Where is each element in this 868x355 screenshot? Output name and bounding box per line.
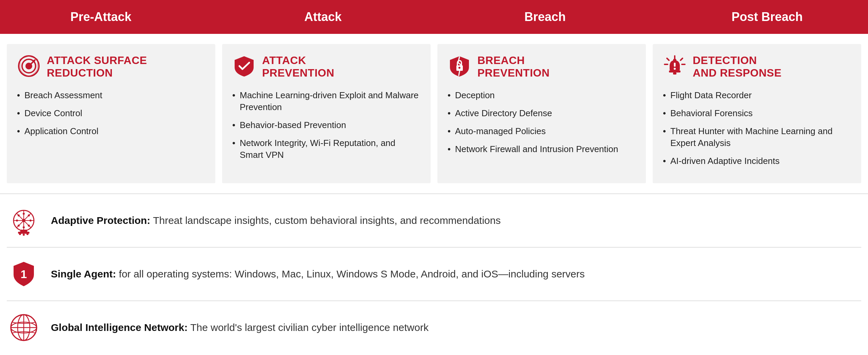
column-attack-surface-reduction: ATTACK SURFACEREDUCTION Breach Assessmen…: [7, 44, 215, 183]
svg-rect-15: [674, 63, 676, 67]
svg-point-25: [23, 213, 25, 215]
bullet-list-1: Breach Assessment Device Control Applica…: [17, 89, 205, 137]
svg-point-31: [18, 225, 20, 227]
svg-text:1: 1: [21, 268, 27, 280]
svg-line-8: [667, 58, 669, 60]
list-item: Device Control: [17, 107, 205, 119]
list-item: AI-driven Adaptive Incidents: [663, 155, 851, 167]
column-breach-prevention: BREACHPREVENTION Deception Active Direct…: [437, 44, 646, 183]
agent-icon: 1: [7, 257, 41, 291]
bullet-list-3: Deception Active Directory Defense Auto-…: [448, 89, 636, 155]
bullet-list-2: Machine Learning-driven Exploit and Malw…: [232, 89, 420, 161]
svg-point-28: [29, 220, 32, 222]
list-item: Flight Data Recorder: [663, 89, 851, 101]
svg-point-36: [19, 233, 21, 235]
list-item: Network Integrity, Wi-Fi Reputation, and…: [232, 137, 420, 161]
column-header-3: BREACHPREVENTION: [448, 54, 636, 79]
svg-rect-13: [669, 70, 680, 72]
svg-point-32: [28, 225, 30, 227]
svg-point-6: [458, 67, 460, 69]
phase-post-breach: Post Breach: [646, 0, 868, 34]
column-header-2: ATTACKPREVENTION: [232, 54, 420, 79]
list-item: Auto-managed Policies: [448, 125, 636, 137]
shield-prevention-icon: [232, 54, 256, 78]
column-header-1: ATTACK SURFACEREDUCTION: [17, 54, 205, 79]
adaptive-icon: [7, 204, 41, 237]
adaptive-protection-row: Adaptive Protection: Threat landscape in…: [7, 194, 861, 248]
svg-line-9: [680, 58, 683, 60]
bottom-section: Adaptive Protection: Threat landscape in…: [0, 193, 868, 354]
global-intelligence-text: Global Intelligence Network: The world's…: [51, 320, 429, 335]
svg-point-12: [673, 59, 676, 62]
single-agent-row: 1 Single Agent: for all operating system…: [7, 248, 861, 301]
global-intelligence-row: Global Intelligence Network: The world's…: [7, 301, 861, 354]
svg-rect-14: [673, 72, 676, 75]
svg-point-16: [674, 68, 676, 70]
phase-pre-attack: Pre-Attack: [0, 0, 202, 34]
column-title-4: DETECTIONAND RESPONSE: [693, 54, 782, 79]
svg-point-38: [26, 233, 28, 235]
list-item: Behavior-based Prevention: [232, 119, 420, 131]
list-item: Deception: [448, 89, 636, 101]
header-bar: Pre-Attack Attack Breach Post Breach: [0, 0, 868, 34]
main-grid: ATTACK SURFACEREDUCTION Breach Assessmen…: [0, 34, 868, 193]
globe-icon: [7, 311, 41, 344]
list-item: Network Firewall and Intrusion Preventio…: [448, 143, 636, 155]
list-item: Behavioral Forensics: [663, 107, 851, 119]
column-title-3: BREACHPREVENTION: [477, 54, 550, 79]
phase-breach: Breach: [424, 0, 646, 34]
column-attack-prevention: ATTACKPREVENTION Machine Learning-driven…: [222, 44, 431, 183]
column-title-1: ATTACK SURFACEREDUCTION: [47, 54, 147, 79]
list-item: Breach Assessment: [17, 89, 205, 101]
breach-prevention-icon: [448, 54, 471, 78]
adaptive-protection-text: Adaptive Protection: Threat landscape in…: [51, 213, 501, 228]
svg-point-26: [23, 226, 25, 228]
svg-point-27: [16, 220, 18, 222]
svg-point-24: [22, 219, 25, 222]
list-item: Active Directory Defense: [448, 107, 636, 119]
column-header-4: DETECTIONAND RESPONSE: [663, 54, 851, 79]
single-agent-text: Single Agent: for all operating systems:…: [51, 267, 585, 281]
alarm-icon: [663, 54, 687, 78]
phase-attack: Attack: [202, 0, 424, 34]
svg-point-29: [18, 214, 20, 216]
list-item: Machine Learning-driven Exploit and Malw…: [232, 89, 420, 113]
list-item: Application Control: [17, 125, 205, 137]
svg-point-30: [28, 214, 30, 216]
target-icon: [17, 54, 41, 78]
bullet-list-4: Flight Data Recorder Behavioral Forensic…: [663, 89, 851, 167]
column-title-2: ATTACKPREVENTION: [262, 54, 334, 79]
svg-point-37: [23, 234, 25, 236]
list-item: Threat Hunter with Machine Learning and …: [663, 125, 851, 149]
column-detection-response: DETECTIONAND RESPONSE Flight Data Record…: [653, 44, 861, 183]
